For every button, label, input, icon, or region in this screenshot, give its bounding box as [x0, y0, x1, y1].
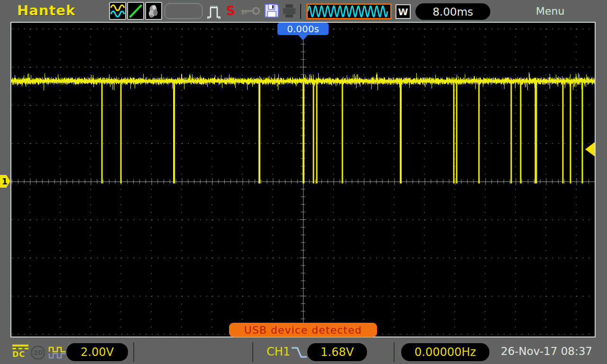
sine-burst-icon	[308, 5, 389, 18]
statusbar-divider	[133, 342, 134, 362]
toolbar-divider	[300, 4, 301, 19]
trigger-level-readout: 1.68V	[307, 343, 367, 361]
dual-wave-icon	[110, 3, 125, 19]
statusbar-divider	[252, 342, 253, 362]
frequency-counter-readout: 0.00000Hz	[401, 343, 489, 361]
time-position-marker[interactable]: 0.000s	[277, 23, 329, 35]
oscilloscope-ui: Hantek S	[0, 0, 607, 364]
menu-button[interactable]: Menu	[536, 5, 564, 17]
statusbar-divider	[394, 342, 395, 362]
datetime-readout: 26-Nov-17 08:37	[501, 345, 592, 357]
falling-edge-icon	[291, 346, 307, 359]
s-indicator: S	[226, 3, 235, 18]
timebase-readout: 8.00ms	[415, 3, 490, 20]
square-wave-icon	[48, 346, 66, 360]
pulse-icon	[205, 5, 223, 19]
scope-canvas	[11, 23, 595, 337]
print-screen-button[interactable]	[145, 2, 162, 20]
w-button[interactable]: W	[395, 4, 411, 19]
brand-logo: Hantek	[17, 2, 75, 18]
coupling-icon: DC	[12, 345, 29, 362]
trigger-source-label: CH1	[267, 345, 290, 358]
status-banner: USB device detected	[229, 323, 377, 337]
bandwidth-limit-badge: 20	[31, 346, 45, 360]
coupling-label: DC	[12, 350, 25, 359]
hand-print-icon	[146, 3, 161, 19]
empty-button-slot	[165, 3, 202, 19]
slope-button[interactable]	[127, 2, 144, 20]
printer-icon	[282, 4, 297, 18]
waveform-preview-button[interactable]	[306, 3, 392, 19]
svg-text:20: 20	[33, 349, 43, 356]
green-line-icon	[128, 3, 143, 19]
key-icon	[240, 6, 261, 17]
time-marker-pointer-icon	[298, 35, 308, 40]
channel1-ground-marker[interactable]: 1	[0, 175, 10, 188]
volts-per-div-readout: 2.00V	[66, 343, 128, 361]
scope-screen: 0.000s USB device detected	[10, 22, 596, 337]
channel-display-button[interactable]	[109, 2, 126, 20]
floppy-save-icon[interactable]	[264, 3, 280, 18]
